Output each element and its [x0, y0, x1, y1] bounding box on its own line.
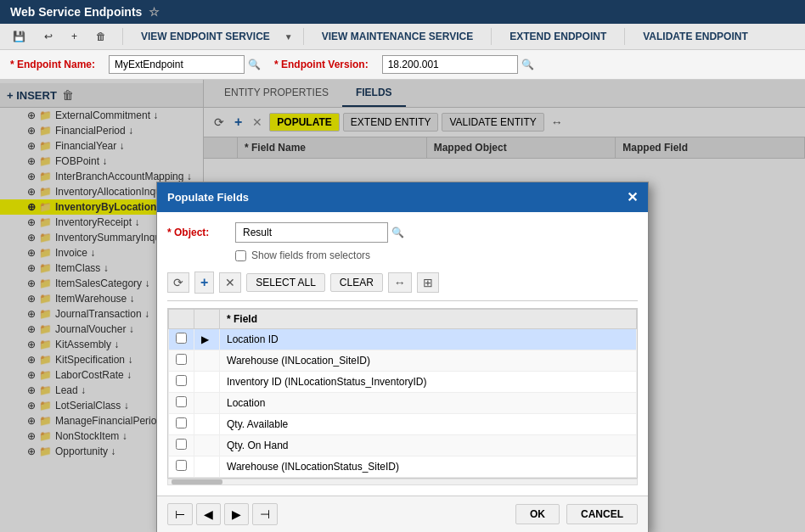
modal-body: * Object: 🔍 Show fields from selectors ⟳… [157, 212, 648, 496]
endpoint-name-search-icon[interactable]: 🔍 [248, 59, 261, 70]
dropdown-arrow: ▼ [284, 32, 293, 42]
toolbar-separator-3 [491, 28, 492, 45]
clear-button[interactable]: CLEAR [330, 273, 383, 292]
horizontal-scrollbar-thumb[interactable] [172, 479, 222, 484]
nav-first-button[interactable]: ⊢ [167, 503, 193, 525]
row-field-label: Qty. On Hand [220, 435, 637, 456]
table-row[interactable]: Warehouse (INLocation_SiteID) [169, 350, 637, 372]
endpoint-row: * Endpoint Name: 🔍 * Endpoint Version: 🔍 [0, 50, 805, 80]
title-bar: Web Service Endpoints ☆ [0, 0, 805, 24]
row-checkbox[interactable] [176, 396, 187, 407]
undo-button[interactable]: ↩ [38, 27, 59, 46]
table-row[interactable]: ▶ Location ID [169, 329, 637, 350]
row-field-label: Location [220, 393, 637, 414]
cancel-button[interactable]: CANCEL [566, 504, 638, 524]
row-checkbox[interactable] [176, 375, 187, 386]
object-search-icon[interactable]: 🔍 [391, 227, 404, 238]
undo-icon: ↩ [44, 31, 53, 42]
modal-close-button[interactable]: ✕ [627, 189, 638, 205]
app-title: Web Service Endpoints [10, 5, 142, 19]
row-checkbox[interactable] [176, 439, 187, 450]
endpoint-version-input[interactable] [382, 55, 518, 74]
modal-table: * Field ▶ Location ID [168, 309, 637, 478]
endpoint-name-label: * Endpoint Name: [10, 59, 95, 70]
show-fields-label: Show fields from selectors [251, 249, 370, 261]
object-field-row: * Object: 🔍 [167, 222, 638, 243]
row-field-label: Warehouse (INLocation_SiteID) [220, 350, 637, 372]
save-icon: 💾 [13, 31, 25, 42]
extend-endpoint-button[interactable]: EXTEND ENDPOINT [502, 27, 614, 46]
modal-table-toolbar: ⟳ + ✕ SELECT ALL CLEAR ↔ ⊞ [167, 272, 638, 301]
delete-button[interactable]: 🗑 [90, 27, 112, 46]
row-checkbox[interactable] [176, 333, 187, 344]
modal-header: Populate Fields ✕ [157, 182, 648, 212]
table-row[interactable]: Qty. On Hand [169, 435, 637, 456]
action-buttons: OK CANCEL [515, 504, 638, 524]
modal-grid-button[interactable]: ⊞ [417, 272, 439, 293]
table-select-col [169, 310, 194, 329]
toolbar-separator-4 [624, 28, 625, 45]
modal-add-button[interactable]: + [194, 272, 214, 294]
main-area: + INSERT 🗑 ⊕ 📁 ExternalCommitment ↓ ⊕ 📁 … [0, 80, 805, 532]
object-input-wrap: 🔍 [235, 222, 404, 243]
object-input[interactable] [235, 222, 388, 243]
main-toolbar: 💾 ↩ + 🗑 VIEW ENDPOINT SERVICE ▼ VIEW MAI… [0, 24, 805, 50]
object-label: * Object: [167, 227, 235, 238]
nav-prev-button[interactable]: ◀ [196, 503, 221, 525]
row-checkbox[interactable] [176, 417, 187, 428]
modal-delete-button[interactable]: ✕ [219, 272, 241, 293]
star-icon[interactable]: ☆ [149, 5, 160, 19]
row-checkbox[interactable] [176, 354, 187, 365]
row-field-label: Warehouse (INLocationStatus_SiteID) [220, 456, 637, 478]
row-expand-arrow[interactable]: ▶ [201, 333, 209, 345]
table-expand-col [194, 310, 220, 329]
validate-endpoint-button[interactable]: VALIDATE ENDPOINT [635, 27, 756, 46]
show-fields-row: Show fields from selectors [167, 249, 638, 261]
view-endpoint-service-button[interactable]: VIEW ENDPOINT SERVICE [133, 27, 278, 46]
row-field-label: Location ID [220, 329, 637, 350]
view-maintenance-service-button[interactable]: VIEW MAINTENANCE SERVICE [314, 27, 481, 46]
save-button[interactable]: 💾 [7, 27, 31, 46]
modal-refresh-button[interactable]: ⟳ [167, 272, 189, 293]
table-field-col: * Field [220, 310, 637, 329]
table-row[interactable]: Location [169, 393, 637, 414]
toolbar-separator [122, 28, 123, 45]
modal-overlay: Populate Fields ✕ * Object: 🔍 Show field… [0, 80, 805, 532]
endpoint-version-search-icon[interactable]: 🔍 [521, 59, 534, 70]
add-icon: + [71, 31, 77, 42]
table-row[interactable]: Warehouse (INLocationStatus_SiteID) [169, 456, 637, 478]
modal-title: Populate Fields [167, 191, 249, 204]
add-button[interactable]: + [65, 27, 83, 46]
row-field-label: Qty. Available [220, 414, 637, 435]
modal-scroll-area[interactable]: * Field ▶ Location ID [167, 308, 638, 479]
table-row[interactable]: Qty. Available [169, 414, 637, 435]
modal-footer: ⊢ ◀ ▶ ⊣ OK CANCEL [157, 496, 648, 532]
ok-button[interactable]: OK [515, 504, 560, 524]
endpoint-version-label: * Endpoint Version: [274, 59, 369, 70]
row-field-label: Inventory ID (INLocationStatus_Inventory… [220, 372, 637, 393]
populate-fields-modal: Populate Fields ✕ * Object: 🔍 Show field… [156, 182, 649, 532]
nav-last-button[interactable]: ⊣ [252, 503, 278, 525]
toolbar-separator-2 [303, 28, 304, 45]
nav-next-button[interactable]: ▶ [224, 503, 249, 525]
endpoint-name-input[interactable] [109, 55, 245, 74]
show-fields-checkbox[interactable] [235, 250, 246, 261]
table-row[interactable]: Inventory ID (INLocationStatus_Inventory… [169, 372, 637, 393]
modal-map-button[interactable]: ↔ [388, 272, 412, 293]
nav-buttons: ⊢ ◀ ▶ ⊣ [167, 503, 278, 525]
delete-icon: 🗑 [96, 31, 106, 42]
row-checkbox[interactable] [176, 460, 187, 471]
select-all-button[interactable]: SELECT ALL [246, 273, 325, 292]
